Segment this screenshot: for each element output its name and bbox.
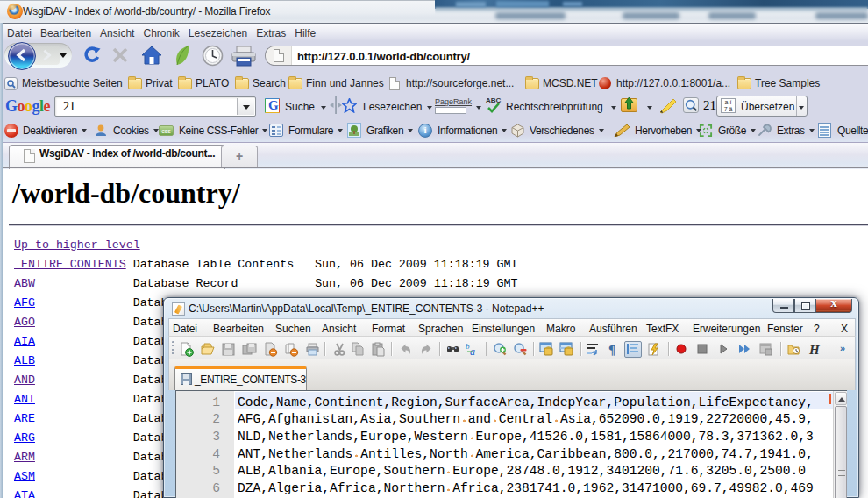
svg-text:H: H <box>808 343 821 357</box>
svg-text:¶: ¶ <box>608 343 615 357</box>
svg-text:»: » <box>840 343 845 353</box>
